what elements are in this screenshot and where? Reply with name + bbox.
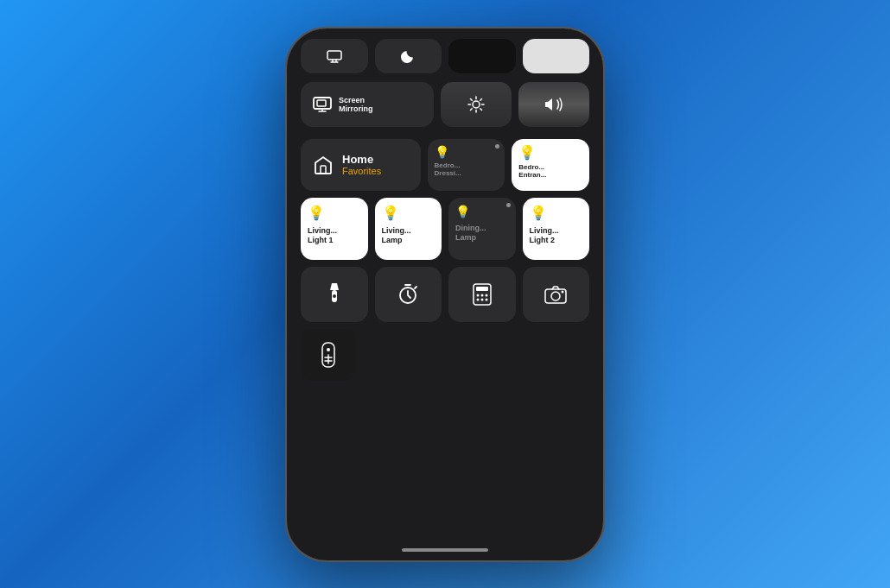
screen-mirror-label2: Mirroring: [339, 104, 373, 113]
remote-icon: [321, 342, 335, 368]
svg-point-20: [476, 294, 479, 296]
living-light-1-label2: Light 1: [308, 236, 334, 246]
svg-rect-1: [314, 98, 331, 109]
living-light-2-bulb-icon: 💡: [530, 205, 547, 221]
spacer1: [287, 130, 603, 139]
top-partial-row: [287, 28, 603, 79]
volume-slider[interactable]: [518, 82, 589, 127]
remote-row: [287, 322, 603, 381]
bedroom-entrance-label1: Bedro...: [518, 163, 544, 172]
volume-icon: [544, 96, 563, 113]
connectivity-row: Screen Mirroring: [287, 79, 603, 130]
svg-rect-0: [327, 51, 341, 60]
svg-point-21: [480, 294, 483, 296]
camera-icon: [544, 285, 567, 304]
dining-dot-indicator: [506, 203, 511, 207]
timer-icon: [397, 284, 418, 305]
dining-lamp-bulb-icon: 💡: [455, 205, 470, 218]
flashlight-icon: [326, 283, 343, 306]
brightness-slider[interactable]: [441, 82, 512, 127]
blank-cell-top: [448, 39, 516, 73]
living-light-2-label1: Living...: [530, 226, 559, 237]
living-lamp-bulb-icon: 💡: [382, 205, 399, 221]
svg-line-13: [470, 108, 472, 110]
bulb-on-icon: 💡: [518, 146, 536, 160]
home-indicator: [402, 548, 488, 552]
home-title: Home: [342, 153, 381, 166]
camera-button[interactable]: [523, 267, 590, 322]
screen-mirror-icon: [313, 97, 332, 112]
bedroom-dressing-label1: Bedro...: [435, 161, 461, 170]
svg-rect-19: [476, 287, 488, 291]
timer-button[interactable]: [375, 267, 442, 322]
bulb-off-icon: 💡: [435, 146, 449, 158]
phone-screen: Screen Mirroring: [287, 28, 603, 560]
bedroom-dressing-cell[interactable]: 💡 Bedro... Dressi...: [428, 139, 505, 191]
svg-point-5: [473, 101, 480, 108]
svg-point-25: [485, 298, 487, 300]
remote-button[interactable]: [301, 329, 356, 381]
svg-rect-14: [321, 166, 326, 174]
dot-indicator: [495, 144, 499, 149]
svg-line-12: [480, 98, 482, 100]
dining-lamp-label2: Lamp: [455, 233, 476, 243]
tools-row: [287, 260, 603, 322]
home-icon: [313, 155, 334, 175]
living-lamp-cell[interactable]: 💡 Living... Lamp: [375, 198, 442, 260]
home-subtitle: Favorites: [342, 166, 381, 176]
brightness-icon: [467, 96, 485, 113]
svg-line-10: [470, 98, 472, 100]
home-text: Home Favorites: [342, 153, 381, 176]
moon-icon: [400, 48, 416, 64]
living-light-2-label2: Light 2: [530, 236, 556, 246]
bedroom-entrance-label2: Entran...: [518, 171, 546, 180]
home-indicator-area: [287, 381, 603, 560]
screen-mirror-label1: Screen: [339, 96, 373, 104]
svg-point-24: [480, 298, 483, 300]
bedroom-entrance-cell[interactable]: 💡 Bedro... Entran...: [512, 139, 589, 191]
dining-lamp-label1: Dining...: [455, 224, 486, 234]
toggle-cell-top[interactable]: [523, 39, 590, 73]
screen-mirror-button[interactable]: Screen Mirroring: [301, 82, 434, 127]
lights-row: 💡 Living... Light 1 💡 Living... Lamp 💡 D…: [287, 191, 603, 260]
media-icon: [326, 47, 343, 65]
dining-lamp-cell[interactable]: 💡 Dining... Lamp: [448, 198, 516, 260]
media-cell-partial[interactable]: [301, 39, 368, 73]
flashlight-button[interactable]: [301, 267, 368, 322]
svg-line-11: [480, 108, 482, 110]
svg-point-30: [327, 348, 330, 351]
living-light-1-cell[interactable]: 💡 Living... Light 1: [301, 198, 368, 260]
svg-rect-2: [317, 100, 326, 106]
svg-point-23: [476, 298, 479, 300]
calculator-button[interactable]: [448, 267, 516, 322]
living-lamp-label2: Lamp: [382, 236, 403, 246]
living-light-1-label1: Living...: [308, 226, 337, 237]
svg-point-16: [333, 294, 336, 298]
svg-point-22: [485, 294, 487, 296]
phone-frame: Screen Mirroring: [285, 27, 605, 562]
living-light-1-bulb-icon: 💡: [308, 205, 325, 221]
svg-point-27: [551, 292, 560, 300]
living-lamp-label1: Living...: [382, 226, 411, 237]
svg-point-28: [562, 290, 564, 293]
screen-mirror-text: Screen Mirroring: [339, 96, 373, 113]
calculator-icon: [473, 283, 492, 306]
bedroom-dressing-label2: Dressi...: [435, 169, 461, 178]
home-favorites-button[interactable]: Home Favorites: [301, 139, 421, 191]
moon-cell-partial[interactable]: [375, 39, 442, 73]
living-light-2-cell[interactable]: 💡 Living... Light 2: [523, 198, 590, 260]
home-row: Home Favorites 💡 Bedro... Dressi... 💡 Be…: [287, 139, 603, 191]
